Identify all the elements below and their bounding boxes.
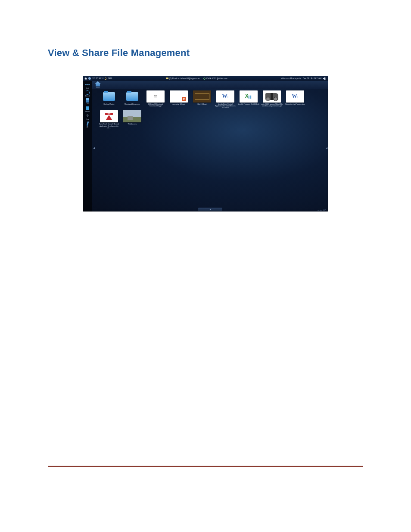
file-item[interactable]: PDFSams Teach Yourself Android Applicati… (98, 110, 120, 128)
home-icon[interactable] (84, 78, 87, 80)
delete-label: Delete (85, 111, 90, 112)
load-label: Load (86, 103, 89, 105)
time-label: Fri 09:15AM (311, 78, 321, 80)
file-thumbnail (123, 110, 141, 122)
folder-icon (126, 92, 138, 101)
file-label: Mondo Basic Control Application for Tabl… (215, 103, 236, 109)
word-icon: W≡ (292, 93, 299, 100)
mail-count: (0) (169, 78, 172, 80)
section-title: View & Share File Management (48, 47, 363, 59)
file-label: Sams Teach Yourself Android Application … (98, 123, 120, 128)
pdf-icon: PDF (105, 113, 113, 121)
breadcrumb-bar: Files (92, 81, 328, 89)
list-icon (85, 83, 90, 87)
ppt-thumbnail: P (170, 90, 188, 103)
file-label: Mockup Photos (104, 103, 115, 105)
file-thumbnail: PDF (100, 110, 118, 122)
page-footer-rule (48, 466, 363, 467)
call-number: Call #: 6201@vidtel.com (206, 78, 227, 80)
file-thumbnail: X▌▌ (240, 90, 258, 103)
file-label: Recording LivePassion.docx (285, 103, 305, 105)
file-thumbnail (263, 90, 281, 103)
load-button[interactable]: Load (84, 98, 91, 105)
screenshot-figure: 172.20.30.10 7910 (0) Email to: infocus2… (83, 76, 328, 212)
word-icon: W≡ (222, 93, 229, 100)
file-browser: ◄ Mockup PhotosMondopad Documents■ ■■■■■… (92, 89, 328, 207)
file-thumbnail: ■ ■■■■■ (146, 90, 165, 103)
bottom-tray: ▲ version 1.17 (92, 207, 328, 212)
breadcrumb-label: Files (97, 87, 100, 89)
file-thumbnail (100, 90, 118, 103)
trash-icon (86, 106, 89, 110)
doc-thumbnail: ■ ■■■■■ (154, 95, 157, 98)
file-item[interactable]: X▌▌Monthly Timecard Oct 2010.xls (238, 90, 259, 109)
load-icon (86, 98, 89, 103)
file-label: moto 20061_pulsar-200cc-050-sportbike-pp… (261, 103, 283, 107)
help-label: Help (86, 118, 89, 120)
file-item[interactable]: W≡Mondo Basic Control Application for Ta… (215, 90, 236, 109)
ip-address: 172.20.30.10 (92, 78, 103, 80)
file-label: Mondopad Documents (125, 103, 140, 105)
excel-icon: X▌▌ (245, 93, 252, 100)
file-item[interactable]: W≡Recording LivePassion.docx (284, 90, 306, 109)
video-thumbnail (123, 110, 141, 122)
breadcrumb-home-icon[interactable] (95, 81, 101, 87)
file-label: 10 Digital Whiteboard Concepts 092.ppt (145, 103, 166, 107)
file-item[interactable]: Pgeometry_105.ppt (168, 90, 190, 109)
alt-button[interactable]: Alt (84, 121, 91, 128)
file-label: Monthly Timecard Oct 2010.xls (238, 103, 259, 105)
left-toolbar: List Refresh Load Delete ? Help (83, 81, 92, 212)
date-label: Dec 09 (303, 78, 309, 80)
mail-address: Email to: infocus20@fugoo.com (172, 78, 200, 80)
refresh-button[interactable]: Refresh (84, 90, 91, 97)
file-thumbnail: W≡ (286, 90, 304, 103)
alt-label: Alt (87, 126, 88, 128)
file-item[interactable]: ■ ■■■■■10 Digital Whiteboard Concepts 09… (145, 90, 166, 109)
phone-icon[interactable] (203, 78, 206, 80)
list-label: List (86, 87, 88, 89)
mondopad-window: 172.20.30.10 7910 (0) Email to: infocus2… (83, 76, 328, 212)
refresh-label: Refresh (85, 95, 90, 97)
help-button[interactable]: ? Help (84, 114, 91, 120)
lock-code: 7910 (108, 78, 112, 80)
tray-expand-button[interactable]: ▲ (198, 208, 222, 211)
file-thumbnail (193, 90, 211, 103)
file-thumbnail: P (170, 90, 188, 103)
volume-icon[interactable] (323, 77, 327, 80)
file-thumbnail: W≡ (216, 90, 234, 103)
file-label: Math 131.ppt (198, 103, 207, 105)
mail-icon[interactable] (166, 78, 168, 79)
refresh-icon (85, 90, 90, 95)
delete-button[interactable]: Delete (84, 106, 91, 112)
version-label: version 1.17 (318, 209, 326, 211)
image-thumbnail (265, 93, 278, 100)
file-label: geometry_105.ppt (173, 103, 185, 105)
brand-label: InFocus™ Mondopad™ (281, 78, 302, 80)
folder-icon (103, 92, 115, 101)
file-item[interactable]: Math 131.ppt (191, 90, 213, 109)
file-item[interactable]: Mondopad Documents (121, 90, 143, 109)
panel-collapse-right[interactable]: ◄ (325, 89, 328, 207)
powerpoint-icon: P (182, 97, 186, 101)
top-status-bar: 172.20.30.10 7910 (0) Email to: infocus2… (83, 76, 328, 81)
list-button[interactable]: List (84, 83, 91, 89)
file-item[interactable]: Mockup Photos (98, 90, 120, 109)
file-label: WildMo.wmv (128, 123, 137, 125)
settings-icon[interactable] (88, 77, 91, 80)
file-grid: Mockup PhotosMondopad Documents■ ■■■■■10… (96, 89, 325, 207)
pen-icon (86, 121, 88, 126)
file-item[interactable]: moto 20061_pulsar-200cc-050-sportbike-pp… (261, 90, 283, 109)
lock-icon (105, 78, 106, 80)
help-icon: ? (85, 114, 90, 118)
file-thumbnail (123, 90, 141, 103)
panel-collapse-left[interactable]: ◄ (92, 89, 96, 207)
file-item[interactable]: WildMo.wmv (121, 110, 143, 128)
